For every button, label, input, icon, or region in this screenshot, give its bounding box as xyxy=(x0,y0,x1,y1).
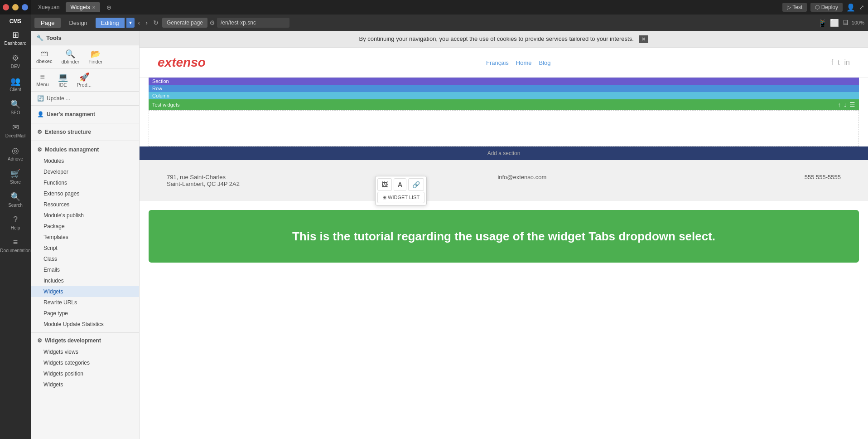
extenso-structure-item[interactable]: ⚙ Extenso structure xyxy=(31,126,139,138)
settings-button[interactable]: ⚙ xyxy=(209,19,215,26)
nav-dev[interactable]: ⚙ DEV xyxy=(0,49,31,73)
second-bar: Page Design Editing ▾ ‹ › ↻ Generate pag… xyxy=(31,15,868,31)
tutorial-overlay: This is the tutorial regarding the usage… xyxy=(149,210,859,263)
sidebar-item-developer[interactable]: Developer xyxy=(31,166,139,177)
url-input[interactable] xyxy=(217,18,289,28)
design-button[interactable]: Design xyxy=(63,18,93,28)
editing-dropdown-button[interactable]: ▾ xyxy=(126,18,135,28)
prod-tool[interactable]: 🚀 Prod... xyxy=(77,72,92,88)
docs-icon: ≡ xyxy=(13,238,18,247)
extenso-section: ⚙ Extenso structure xyxy=(31,123,139,141)
nav-store[interactable]: 🛒 Store xyxy=(0,165,31,188)
generate-button[interactable]: Generate page xyxy=(162,18,207,28)
nav-dashboard[interactable]: ⊞ Dashboard xyxy=(0,26,31,49)
icon-bar: CMS ⊞ Dashboard ⚙ DEV 👥 Client 🔍 SEO ✉ D… xyxy=(0,0,31,439)
twitter-icon[interactable]: t xyxy=(838,59,839,67)
ide-tool[interactable]: 💻 IDE xyxy=(58,72,68,88)
sidebar-item-templates[interactable]: Templates xyxy=(31,232,139,243)
widget-down-btn[interactable]: ↓ xyxy=(844,101,847,108)
tab-xueyuan[interactable]: Xueyuan xyxy=(34,2,63,12)
test-button[interactable]: ▷ Test xyxy=(782,3,807,12)
tablet-icon[interactable]: ⬜ xyxy=(830,19,839,27)
widget-content xyxy=(149,110,859,146)
widget-up-btn[interactable]: ↑ xyxy=(838,101,841,108)
nav-francais[interactable]: Français xyxy=(486,59,509,66)
nav-home[interactable]: Home xyxy=(516,59,532,66)
sidebar-item-class[interactable]: Class xyxy=(31,254,139,264)
users-section: 👤 User's managment xyxy=(31,106,139,123)
top-bar-right: ▷ Test ⬡ Deploy 👤 ⤢ xyxy=(782,3,864,12)
widget-menu-btn[interactable]: ☰ xyxy=(849,101,855,108)
sidebar-item-page-type[interactable]: Page type xyxy=(31,308,139,319)
tab-close-icon[interactable]: ✕ xyxy=(92,5,96,10)
dbfinder-tool[interactable]: 🔍 dbfinder xyxy=(61,49,79,64)
sidebar-item-script[interactable]: Script xyxy=(31,243,139,254)
modules-managment-item[interactable]: ⚙ Modules managment xyxy=(31,144,139,156)
desktop-icon[interactable]: 🖥 xyxy=(842,19,849,27)
dbexec-tool[interactable]: 🗃 dbexec xyxy=(36,49,52,64)
nav-search[interactable]: 🔍 Search xyxy=(0,188,31,211)
editing-button[interactable]: Editing xyxy=(96,18,125,28)
nav-directmail[interactable]: ✉ DirectMail xyxy=(0,119,31,142)
sidebar-item-includes[interactable]: Includes xyxy=(31,275,139,286)
sidebar-item-rewrite-urls[interactable]: Rewrite URLs xyxy=(31,297,139,308)
sidebar-item-resources[interactable]: Resources xyxy=(31,199,139,210)
new-tab-btn[interactable]: ⊕ xyxy=(103,2,115,13)
refresh-button[interactable]: ↻ xyxy=(151,17,160,28)
widgets-development-item[interactable]: ⚙ Widgets development xyxy=(31,335,139,346)
text-toolbar-btn[interactable]: A xyxy=(394,178,406,191)
menu-tool[interactable]: ≡ Menu xyxy=(36,72,49,88)
mobile-icon[interactable]: 📱 xyxy=(818,19,827,27)
user-icon[interactable]: 👤 xyxy=(846,3,855,12)
sidebar-item-widgets[interactable]: Widgets xyxy=(31,286,139,297)
nav-blog[interactable]: Blog xyxy=(539,59,550,66)
link-toolbar-btn[interactable]: 🔗 xyxy=(408,178,424,191)
sidebar-item-extenso-pages[interactable]: Extenso pages xyxy=(31,188,139,199)
deploy-button[interactable]: ⬡ Deploy xyxy=(810,3,843,12)
sidebar-item-package[interactable]: Package xyxy=(31,221,139,232)
users-managment-item[interactable]: 👤 User's managment xyxy=(31,108,139,120)
seo-icon: 🔍 xyxy=(10,99,20,109)
nav-adnove[interactable]: ◎ Adnove xyxy=(0,142,31,165)
widget-list-button[interactable]: ⊞ WIDGET LIST xyxy=(377,192,424,203)
sidebar-item-module-update-stats[interactable]: Module Update Statistics xyxy=(31,319,139,330)
nav-client[interactable]: 👥 Client xyxy=(0,73,31,96)
nav-help[interactable]: ? Help xyxy=(0,211,31,234)
nav-seo[interactable]: 🔍 SEO xyxy=(0,96,31,119)
facebook-icon[interactable]: f xyxy=(831,59,833,67)
dev-icon: ⚙ xyxy=(12,53,19,63)
device-controls: 📱 ⬜ 🖥 100% xyxy=(818,19,864,27)
cookie-bar: By continuing your navigation, you accep… xyxy=(140,31,868,48)
help-icon: ? xyxy=(13,215,18,224)
sidebar-item-widgets-categories[interactable]: Widgets categories xyxy=(31,357,139,368)
dot-yellow xyxy=(12,4,19,10)
next-button[interactable]: › xyxy=(144,17,149,28)
linkedin-icon[interactable]: in xyxy=(844,59,850,67)
dbfinder-icon: 🔍 xyxy=(65,49,75,59)
widget-bar: Test widgets ↑ ↓ ☰ xyxy=(149,99,859,110)
column-label: Column xyxy=(149,92,859,99)
search-icon: 🔍 xyxy=(10,192,20,202)
toolbar-top-row: 🖼 A 🔗 xyxy=(377,178,424,191)
sidebar-item-functions[interactable]: Functions xyxy=(31,177,139,188)
nav-documentation[interactable]: ≡ Documentation xyxy=(0,234,31,257)
sidebar-item-widgets-position[interactable]: Widgets position xyxy=(31,368,139,379)
image-toolbar-btn[interactable]: 🖼 xyxy=(377,178,392,191)
add-section-bar[interactable]: Add a section xyxy=(140,146,868,160)
update-item[interactable]: 🔄 Update ... xyxy=(31,92,139,106)
users-icon: 👤 xyxy=(37,111,44,117)
tab-widgets[interactable]: Widgets ✕ xyxy=(66,2,100,12)
sidebar-item-widgets-dev[interactable]: Widgets xyxy=(31,379,139,390)
finder-tool[interactable]: 📂 Finder xyxy=(88,49,102,64)
prev-button[interactable]: ‹ xyxy=(136,17,142,28)
cookie-close-btn[interactable]: ✕ xyxy=(639,35,648,43)
section-label: Section xyxy=(149,78,859,85)
sidebar-item-modules-publish[interactable]: Module's publish xyxy=(31,210,139,221)
dbexec-icon: 🗃 xyxy=(40,49,48,59)
sidebar-item-widgets-views[interactable]: Widgets views xyxy=(31,346,139,357)
sidebar-item-modules[interactable]: Modules xyxy=(31,156,139,166)
sidebar-item-emails[interactable]: Emails xyxy=(31,264,139,275)
footer-phone: 555 555-5555 xyxy=(805,174,841,187)
page-button[interactable]: Page xyxy=(34,18,61,28)
expand-icon[interactable]: ⤢ xyxy=(859,4,864,11)
